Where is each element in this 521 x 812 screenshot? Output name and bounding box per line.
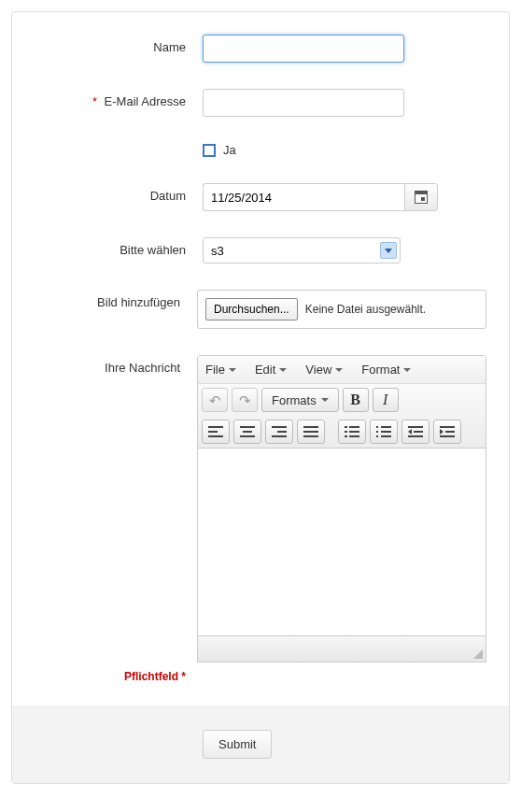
editor-statusbar bbox=[197, 636, 486, 662]
date-input[interactable] bbox=[203, 183, 404, 211]
italic-icon: I bbox=[383, 392, 387, 408]
bold-icon: B bbox=[350, 392, 360, 408]
chevron-down-icon bbox=[380, 242, 397, 259]
undo-icon: ↶ bbox=[209, 393, 221, 407]
menu-view[interactable]: View bbox=[302, 361, 346, 378]
outdent-icon bbox=[408, 426, 423, 437]
required-star: * bbox=[92, 94, 97, 108]
editor-menubar: File Edit View Format bbox=[198, 356, 486, 384]
align-right-icon bbox=[272, 426, 287, 437]
resize-grip-icon[interactable] bbox=[473, 649, 483, 659]
rich-text-editor: File Edit View Format ↶ ↷ Formats B I bbox=[197, 355, 486, 636]
row-message: Ihre Nachricht File Edit View Format ↶ ↷… bbox=[35, 355, 486, 662]
menu-format[interactable]: Format bbox=[358, 361, 415, 378]
align-left-button[interactable] bbox=[202, 420, 230, 444]
label-file: Bild hinzufügen bbox=[35, 290, 197, 309]
label-date: Datum bbox=[35, 183, 203, 203]
select-dropdown[interactable] bbox=[203, 237, 401, 264]
italic-button[interactable]: I bbox=[373, 388, 399, 412]
indent-icon bbox=[440, 426, 455, 437]
align-right-button[interactable] bbox=[265, 420, 293, 444]
ja-checkbox[interactable] bbox=[203, 144, 216, 157]
row-date: Datum bbox=[35, 183, 486, 211]
caret-icon bbox=[321, 398, 329, 402]
submit-bar: Submit bbox=[12, 705, 509, 783]
align-justify-button[interactable] bbox=[297, 420, 325, 444]
email-input[interactable] bbox=[203, 89, 404, 117]
editor-toolbar: ↶ ↷ Formats B I bbox=[198, 384, 486, 449]
required-note: Pflichtfeld * bbox=[35, 670, 203, 683]
indent-button[interactable] bbox=[433, 420, 461, 444]
label-email: E-Mail Adresse bbox=[105, 94, 186, 108]
file-status-text: Keine Datei ausgewählt. bbox=[305, 303, 426, 316]
caret-icon bbox=[403, 368, 411, 372]
name-input[interactable] bbox=[203, 35, 404, 63]
label-message: Ihre Nachricht bbox=[35, 355, 197, 375]
align-left-icon bbox=[208, 426, 223, 437]
row-select: Bitte wählen bbox=[35, 237, 486, 264]
row-checkbox: Ja bbox=[35, 143, 486, 157]
bullet-list-icon bbox=[345, 426, 359, 437]
align-center-icon bbox=[240, 426, 255, 437]
date-picker-button[interactable] bbox=[404, 183, 438, 211]
caret-icon bbox=[229, 368, 236, 372]
redo-icon: ↷ bbox=[239, 393, 251, 407]
file-input-box: Durchsuchen... Keine Datei ausgewählt. bbox=[197, 290, 486, 329]
formats-button[interactable]: Formats bbox=[261, 388, 339, 412]
submit-button[interactable]: Submit bbox=[203, 730, 272, 759]
caret-icon bbox=[279, 368, 287, 372]
label-name: Name bbox=[35, 35, 203, 54]
label-select: Bitte wählen bbox=[35, 237, 203, 257]
bullet-list-button[interactable] bbox=[338, 420, 366, 444]
label-checkbox: Ja bbox=[223, 143, 236, 157]
bold-button[interactable]: B bbox=[343, 388, 369, 412]
caret-icon bbox=[335, 368, 343, 372]
row-name: Name bbox=[35, 35, 486, 63]
form-panel: Name * E-Mail Adresse Ja Datum bbox=[11, 11, 510, 784]
align-center-button[interactable] bbox=[233, 420, 261, 444]
redo-button[interactable]: ↷ bbox=[232, 388, 258, 412]
outdent-button[interactable] bbox=[401, 420, 429, 444]
select-value[interactable] bbox=[203, 237, 401, 264]
browse-button[interactable]: Durchsuchen... bbox=[205, 298, 298, 321]
align-justify-icon bbox=[303, 426, 318, 437]
menu-edit[interactable]: Edit bbox=[251, 361, 290, 378]
calendar-icon bbox=[415, 191, 428, 204]
menu-file[interactable]: File bbox=[202, 361, 240, 378]
row-file: Bild hinzufügen Durchsuchen... Keine Dat… bbox=[35, 290, 486, 329]
numbered-list-icon bbox=[376, 426, 391, 437]
numbered-list-button[interactable] bbox=[370, 420, 398, 444]
undo-button[interactable]: ↶ bbox=[202, 388, 228, 412]
editor-content-area[interactable] bbox=[198, 449, 486, 635]
row-email: * E-Mail Adresse bbox=[35, 89, 486, 117]
